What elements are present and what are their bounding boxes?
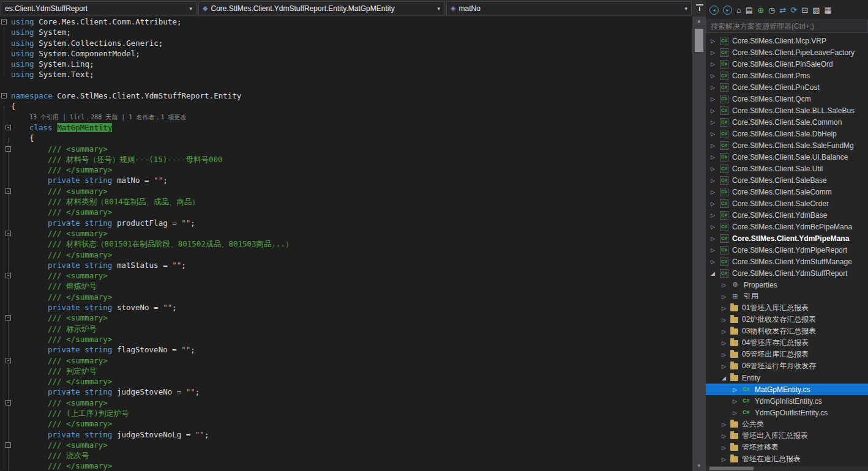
chevron-collapsed-icon[interactable]: ▷ [711, 247, 719, 253]
fold-collapse-icon[interactable]: - [6, 231, 11, 236]
chevron-collapsed-icon[interactable]: ▷ [722, 340, 730, 346]
chevron-collapsed-icon[interactable]: ▷ [722, 294, 730, 300]
code-line[interactable]: /// 材料状态（801501在制品阶段、801502成品、801503商品..… [0, 239, 692, 249]
code-line[interactable]: /// (上工序)判定炉号 [0, 408, 692, 418]
code-line[interactable]: -/// <summary> [0, 228, 692, 239]
tree-item[interactable]: ▷C#Core.StlMes.Client.Sale.Util [706, 163, 868, 174]
code-line[interactable]: { [0, 133, 692, 143]
chevron-collapsed-icon[interactable]: ▷ [722, 317, 730, 323]
type-dropdown[interactable]: ◆ Core.StlMes.Client.YdmStuffReport.Enti… [198, 1, 444, 15]
chevron-collapsed-icon[interactable]: ▷ [722, 421, 730, 428]
chevron-down-icon[interactable]: ▾ [433, 6, 440, 12]
tree-item[interactable]: ▷管坯出入库汇总报表 [706, 430, 868, 442]
code-line[interactable]: -/// <summary> [0, 398, 692, 408]
chevron-collapsed-icon[interactable]: ▷ [711, 50, 719, 56]
code-line[interactable]: -/// <summary> [0, 144, 692, 154]
switch-views-icon[interactable]: ▤ [746, 6, 753, 15]
tree-item[interactable]: ▷C#YdmGpInlistEntity.cs [706, 395, 868, 407]
code-line[interactable]: using System.Linq; [0, 59, 692, 69]
fold-collapse-icon[interactable]: - [6, 315, 11, 321]
code-line[interactable]: private string matStatus = ""; [0, 260, 692, 270]
tree-item[interactable]: ▷⚙Properties [706, 279, 868, 291]
tree-item[interactable]: ▷C#Core.StlMes.Client.Qcm [706, 93, 868, 105]
project-dropdown[interactable]: es.Client.YdmStuffReport ▾ [1, 1, 196, 15]
scrollbar-up-arrow-icon[interactable]: ▲ [692, 17, 706, 26]
tree-item[interactable]: ▷C#Core.StlMes.Client.YdmPipeReport [706, 244, 868, 256]
tree-item[interactable]: ▷C#Core.StlMes.Client.Sale.DbHelp [706, 128, 868, 139]
tree-item[interactable]: ▷C#Core.StlMes.Client.Pms [706, 70, 868, 81]
code-line[interactable]: -namespace Core.StlMes.Client.YdmStuffRe… [0, 91, 692, 101]
chevron-expanded-icon[interactable]: ◢ [711, 270, 719, 276]
chevron-collapsed-icon[interactable]: ▷ [722, 456, 730, 462]
fold-collapse-icon[interactable]: - [1, 93, 7, 98]
tree-item[interactable]: ▷C#Core.StlMes.Client.Sale.UI.Balance [706, 151, 868, 163]
fold-collapse-icon[interactable]: - [6, 146, 11, 152]
code-line[interactable]: -class MatGpMEntity [0, 122, 692, 133]
chevron-collapsed-icon[interactable]: ▷ [722, 445, 730, 451]
code-line[interactable]: using System.Text; [0, 69, 692, 80]
show-all-files-icon[interactable]: ▧ [812, 6, 820, 15]
code-line[interactable]: using System.ComponentModel; [0, 48, 692, 59]
chevron-collapsed-icon[interactable]: ▷ [711, 131, 719, 137]
tree-item[interactable]: ▷C#Core.StlMes.Client.PnCost [706, 81, 868, 93]
code-line[interactable]: /// </summary> [0, 376, 692, 387]
code-line[interactable]: /// 浇次号 [0, 450, 692, 461]
tree-item[interactable]: ▷C#MatGpMEntity.cs [706, 384, 868, 395]
chevron-collapsed-icon[interactable]: ▷ [711, 236, 719, 242]
chevron-expanded-icon[interactable]: ◢ [722, 375, 730, 381]
tree-item[interactable]: ▷C#Core.StlMes.Client.SaleBase [706, 174, 868, 186]
fold-collapse-icon[interactable]: - [1, 19, 7, 24]
chevron-collapsed-icon[interactable]: ▷ [711, 143, 719, 149]
code-line[interactable]: -/// <summary> [0, 440, 692, 450]
codelens-line[interactable]: 13 个引用 | lirl，288 天前 | 1 名作者，1 项更改 [0, 112, 692, 122]
code-line[interactable]: -/// <summary> [0, 313, 692, 323]
home-icon[interactable]: ⌂ [736, 6, 741, 15]
tree-item[interactable]: ▷04管坯库存汇总报表 [706, 337, 868, 349]
code-line[interactable]: using System; [0, 27, 692, 37]
add-item-icon[interactable]: ⊕ [757, 6, 764, 15]
code-line[interactable]: /// 熔炼炉号 [0, 281, 692, 291]
back-icon[interactable]: ◂ [709, 6, 719, 15]
fold-collapse-icon[interactable]: - [6, 442, 11, 448]
tree-item[interactable]: ▷C#Core.StlMes.Client.PipeLeaveFactory [706, 46, 868, 58]
tree-item[interactable]: ▷C#Core.StlMes.Client.PlnSaleOrd [706, 58, 868, 70]
collapse-all-icon[interactable]: ⊟ [801, 6, 808, 15]
code-line[interactable]: private string judgeStoveNo = ""; [0, 387, 692, 397]
chevron-collapsed-icon[interactable]: ▷ [733, 410, 741, 416]
refresh-icon[interactable]: ⟳ [790, 6, 797, 15]
code-line[interactable]: /// </summary> [0, 207, 692, 217]
chevron-collapsed-icon[interactable]: ▷ [722, 282, 730, 288]
code-line[interactable] [0, 80, 692, 91]
chevron-collapsed-icon[interactable]: ▷ [711, 201, 719, 207]
tree-item[interactable]: ▷C#Core.StlMes.Client.YdmPipeMana [706, 232, 868, 244]
chevron-collapsed-icon[interactable]: ▷ [711, 38, 719, 44]
fold-collapse-icon[interactable]: - [6, 125, 11, 130]
tree-horizontal-scrollbar-thumb[interactable] [709, 467, 754, 470]
code-line[interactable]: /// </summary> [0, 334, 692, 344]
chevron-down-icon[interactable]: ▾ [185, 6, 192, 12]
code-line[interactable]: /// 材料类别（8014在制品、成品、商品） [0, 196, 692, 207]
chevron-collapsed-icon[interactable]: ▷ [711, 73, 719, 79]
scrollbar-thumb[interactable] [695, 29, 703, 52]
tree-item[interactable]: ▷06管坯运行年月收发存 [706, 360, 868, 372]
tree-item[interactable]: ▷C#Core.StlMes.Client.Sale.Common [706, 116, 868, 128]
code-editor[interactable]: -using Core.Mes.Client.Comm.Attribute;us… [0, 17, 692, 471]
code-line[interactable]: /// </summary> [0, 461, 692, 471]
chevron-collapsed-icon[interactable]: ▷ [711, 189, 719, 195]
code-line[interactable]: private string matNo = ""; [0, 175, 692, 185]
chevron-collapsed-icon[interactable]: ▷ [711, 96, 719, 102]
editor-vertical-scrollbar[interactable]: ▲ ▼ [692, 17, 706, 471]
tree-item[interactable]: ▷02炉批收发存汇总报表 [706, 314, 868, 325]
chevron-collapsed-icon[interactable]: ▷ [711, 166, 719, 172]
chevron-collapsed-icon[interactable]: ▷ [711, 108, 719, 114]
tree-item[interactable]: ▷03物料收发存汇总报表 [706, 325, 868, 337]
code-line[interactable]: /// </summary> [0, 292, 692, 302]
tree-item[interactable]: ▷C#YdmGpOutlistEntity.cs [706, 407, 868, 418]
code-line[interactable]: -/// <summary> [0, 186, 692, 196]
chevron-collapsed-icon[interactable]: ▷ [722, 305, 730, 311]
chevron-collapsed-icon[interactable]: ▷ [711, 119, 719, 125]
code-line[interactable]: -using Core.Mes.Client.Comm.Attribute; [0, 17, 692, 27]
code-line[interactable]: /// 判定炉号 [0, 366, 692, 376]
member-dropdown[interactable]: ◈ matNo ▾ [446, 1, 692, 15]
code-line[interactable]: /// </summary> [0, 165, 692, 175]
